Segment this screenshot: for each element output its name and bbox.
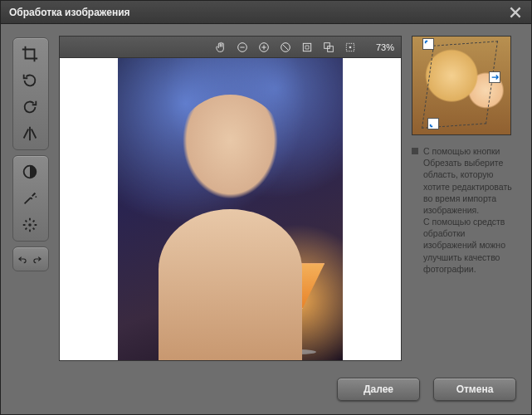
undo-button[interactable] xyxy=(16,250,29,268)
redo-button[interactable] xyxy=(31,250,44,268)
history-tools xyxy=(12,247,49,271)
zoom-level: 73% xyxy=(369,42,394,52)
svg-point-11 xyxy=(349,46,352,48)
layers-icon[interactable] xyxy=(321,40,336,55)
redeye-tool[interactable] xyxy=(16,212,44,237)
auto-fix-tool[interactable] xyxy=(16,186,44,211)
crop-thumbnail[interactable] xyxy=(412,36,511,135)
image-processing-dialog: Обработка изображения xyxy=(0,0,532,415)
left-toolbar xyxy=(12,36,49,361)
next-button[interactable]: Далее xyxy=(337,378,420,401)
cancel-button[interactable]: Отмена xyxy=(433,378,516,401)
flip-tool[interactable] xyxy=(16,121,44,146)
dialog-title: Обработка изображения xyxy=(9,7,508,18)
close-icon[interactable] xyxy=(508,5,523,20)
canvas[interactable] xyxy=(59,57,402,361)
zoom-out-icon[interactable] xyxy=(235,40,250,55)
bullet-icon xyxy=(412,148,418,154)
titlebar: Обработка изображения xyxy=(1,1,531,24)
reset-icon[interactable] xyxy=(278,40,293,55)
svg-point-2 xyxy=(35,196,37,198)
footer: Далее Отмена xyxy=(1,373,531,414)
zoom-in-icon[interactable] xyxy=(256,40,271,55)
crop-handle-r[interactable] xyxy=(489,71,500,83)
transform-tools xyxy=(12,37,49,150)
help-text: С помощью кнопки Обрезать выберите облас… xyxy=(423,145,520,275)
crop-handle-bl[interactable] xyxy=(427,118,439,129)
crop-tool[interactable] xyxy=(16,42,44,66)
svg-rect-8 xyxy=(325,42,330,48)
photo-preview xyxy=(118,58,343,360)
svg-point-1 xyxy=(34,193,36,195)
crop-handle-tl[interactable] xyxy=(422,38,434,50)
rotate-left-tool[interactable] xyxy=(16,95,44,120)
canvas-toolbar: 73% xyxy=(59,36,402,57)
adjust-tools xyxy=(12,155,49,242)
hand-icon[interactable] xyxy=(213,40,228,55)
svg-point-3 xyxy=(28,223,32,227)
svg-rect-7 xyxy=(303,43,310,51)
crop-marquee[interactable] xyxy=(422,41,498,128)
actual-size-icon[interactable] xyxy=(343,40,358,55)
fit-icon[interactable] xyxy=(300,40,315,55)
dialog-content: 73% xyxy=(1,24,531,373)
right-panel: С помощью кнопки Обрезать выберите облас… xyxy=(412,36,520,361)
contrast-tool[interactable] xyxy=(16,159,44,184)
canvas-area: 73% xyxy=(59,36,402,361)
help-text-block: С помощью кнопки Обрезать выберите облас… xyxy=(412,145,520,275)
glass-graphic xyxy=(275,263,325,354)
svg-rect-9 xyxy=(328,46,334,51)
rotate-right-tool[interactable] xyxy=(16,68,44,93)
